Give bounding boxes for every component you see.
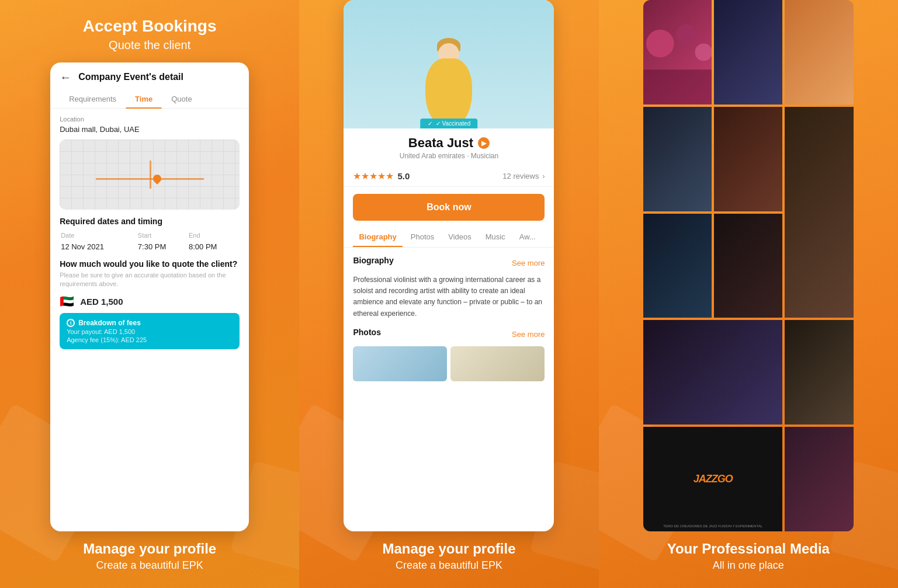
vaccinated-badge: ✓ ✓ Vaccinated bbox=[421, 119, 478, 128]
artist-location: United Arab emirates · Musician bbox=[353, 152, 545, 160]
photo-thumb-1[interactable] bbox=[353, 346, 447, 381]
photo-thumb-2[interactable] bbox=[450, 346, 545, 381]
media-cell-7 bbox=[643, 214, 712, 318]
check-icon: ✓ bbox=[428, 120, 432, 127]
panel3-footer-heading: Your Professional Media bbox=[667, 541, 830, 557]
svg-rect-3 bbox=[643, 69, 712, 105]
panel1-heading: Accept Bookings bbox=[83, 16, 217, 36]
media-cell-4 bbox=[643, 107, 712, 211]
map-road-vertical bbox=[150, 161, 151, 189]
bio-title: Biography bbox=[353, 256, 393, 265]
photos-preview bbox=[353, 346, 545, 381]
location-value: Dubai mall, Dubai, UAE bbox=[60, 125, 240, 134]
table-row: 12 Nov 2021 7:30 PM 8:00 PM bbox=[61, 242, 238, 252]
col-end: End bbox=[189, 232, 238, 241]
location-label: Location bbox=[60, 116, 240, 123]
date-value: 12 Nov 2021 bbox=[61, 242, 137, 252]
panel1-footer-heading: Manage your profile bbox=[83, 541, 216, 557]
panel1-footer-sub: Create a beautiful EPK bbox=[83, 559, 216, 572]
svg-point-1 bbox=[675, 25, 696, 46]
panel-professional-media: JAZZGO TERO DE CREADORES DE JAZZ FUSION … bbox=[599, 0, 898, 588]
amount-value: AED 1,500 bbox=[80, 297, 123, 307]
profile-tabs: Biography Photos Videos Music Aw... bbox=[344, 228, 554, 248]
start-time: 7:30 PM bbox=[138, 242, 188, 252]
dates-section-title: Required dates and timing bbox=[60, 217, 240, 226]
star-icons: ★★★★★ bbox=[353, 171, 394, 182]
panel1-footer: Manage your profile Create a beautiful E… bbox=[71, 531, 228, 588]
amount-row: 🇦🇪 AED 1,500 bbox=[60, 294, 240, 308]
rating-number: 5.0 bbox=[397, 171, 410, 181]
tab-quote[interactable]: Quote bbox=[162, 90, 201, 108]
tab-videos[interactable]: Videos bbox=[442, 228, 477, 247]
bio-section-header: Biography See more bbox=[353, 256, 545, 270]
media-cell-9 bbox=[643, 320, 783, 425]
artist-hero: ✓ ✓ Vaccinated bbox=[344, 0, 554, 128]
media-cell-6 bbox=[785, 107, 853, 318]
panel3-footer-sub: All in one place bbox=[667, 559, 830, 572]
card-title: Company Event's detail bbox=[78, 72, 183, 82]
media-cell-8 bbox=[714, 214, 782, 318]
media-grid: JAZZGO TERO DE CREADORES DE JAZZ FUSION … bbox=[643, 0, 854, 531]
media-cell-1 bbox=[643, 0, 712, 105]
breakdown-line2: Agency fee (15%): AED 225 bbox=[67, 336, 233, 343]
media-cell-jazzgo: JAZZGO TERO DE CREADORES DE JAZZ FUSION … bbox=[643, 427, 783, 531]
panel-accept-bookings: Accept Bookings Quote the client ← Compa… bbox=[0, 0, 299, 588]
bio-text: Professional violinist with a growing in… bbox=[353, 274, 545, 319]
verified-icon: ▶ bbox=[478, 137, 490, 149]
panel2-footer: Manage your profile Create a beautiful E… bbox=[370, 531, 527, 588]
chevron-right-icon: › bbox=[542, 172, 545, 180]
panel-manage-profile: ✓ ✓ Vaccinated Beata Just ▶ United Arab … bbox=[299, 0, 598, 588]
jazzgo-text: JAZZGO bbox=[694, 473, 733, 485]
book-now-button[interactable]: Book now bbox=[353, 194, 545, 221]
photos-title: Photos bbox=[353, 328, 380, 337]
tab-requirements[interactable]: Requirements bbox=[60, 90, 126, 108]
card-tab-bar: Requirements Time Quote bbox=[50, 90, 249, 109]
artist-info: Beata Just ▶ United Arab emirates · Musi… bbox=[344, 128, 554, 166]
back-arrow-icon[interactable]: ← bbox=[60, 71, 71, 84]
rating-row: ★★★★★ 5.0 12 reviews › bbox=[344, 166, 554, 187]
jazzgo-subtext: TERO DE CREADORES DE JAZZ FUSION Y EXPER… bbox=[643, 524, 783, 528]
info-icon: i bbox=[67, 319, 75, 327]
quote-question: How much would you like to quote the cli… bbox=[60, 259, 240, 269]
reviews-link[interactable]: 12 reviews bbox=[502, 172, 539, 180]
svg-point-2 bbox=[695, 43, 712, 61]
photos-section-header: Photos See more bbox=[353, 328, 545, 342]
media-cell-10 bbox=[785, 320, 853, 425]
dates-table: Date Start End 12 Nov 2021 7:30 PM 8:00 … bbox=[60, 231, 240, 253]
panel1-header: Accept Bookings Quote the client bbox=[71, 0, 228, 62]
artist-figure bbox=[414, 12, 484, 128]
panel2-footer-sub: Create a beautiful EPK bbox=[382, 559, 515, 572]
media-cell-3 bbox=[785, 0, 853, 105]
artist-name: Beata Just ▶ bbox=[353, 135, 545, 151]
breakdown-bar: i Breakdown of fees Your payout: AED 1,5… bbox=[60, 313, 240, 349]
col-date: Date bbox=[61, 232, 137, 241]
tab-biography[interactable]: Biography bbox=[353, 228, 402, 247]
media-cell-12 bbox=[785, 427, 853, 531]
quote-note: Please be sure to give an accurate quota… bbox=[60, 271, 240, 289]
svg-point-0 bbox=[646, 30, 674, 58]
end-time: 8:00 PM bbox=[189, 242, 238, 252]
col-start: Start bbox=[138, 232, 188, 241]
tab-awards[interactable]: Aw... bbox=[514, 228, 542, 247]
uae-flag-icon: 🇦🇪 bbox=[60, 294, 74, 308]
tab-time[interactable]: Time bbox=[126, 90, 162, 108]
tab-music[interactable]: Music bbox=[480, 228, 511, 247]
tab-photos[interactable]: Photos bbox=[405, 228, 440, 247]
map-placeholder bbox=[60, 140, 240, 210]
photos-see-more[interactable]: See more bbox=[512, 330, 545, 339]
breakdown-title: i Breakdown of fees bbox=[67, 319, 233, 327]
panel2-footer-heading: Manage your profile bbox=[382, 541, 515, 557]
card-nav: ← Company Event's detail bbox=[50, 62, 249, 90]
bio-see-more[interactable]: See more bbox=[512, 259, 545, 267]
artist-dress bbox=[425, 58, 472, 128]
panel1-subheading: Quote the client bbox=[83, 39, 217, 52]
media-cell-2 bbox=[714, 0, 782, 105]
media-cell-5 bbox=[714, 107, 782, 211]
breakdown-line1: Your payout: AED 1,500 bbox=[67, 328, 233, 335]
panel3-footer: Your Professional Media All in one place bbox=[656, 531, 841, 588]
